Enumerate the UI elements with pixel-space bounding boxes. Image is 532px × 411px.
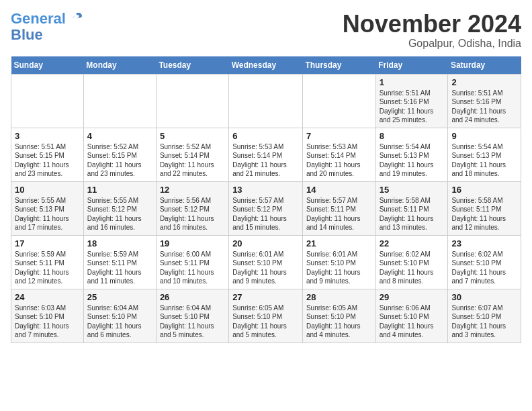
month-title: November 2024 (343, 11, 521, 38)
day-info: Sunrise: 6:01 AM Sunset: 5:10 PM Dayligh… (306, 250, 372, 286)
day-number: 4 (87, 131, 152, 141)
calendar-week-row: 3Sunrise: 5:51 AM Sunset: 5:15 PM Daylig… (11, 128, 521, 181)
day-info: Sunrise: 5:56 AM Sunset: 5:12 PM Dayligh… (160, 196, 225, 232)
day-number: 28 (306, 292, 372, 302)
calendar-cell: 9Sunrise: 5:54 AM Sunset: 5:13 PM Daylig… (448, 128, 521, 181)
day-number: 26 (160, 292, 225, 302)
calendar-cell: 10Sunrise: 5:55 AM Sunset: 5:13 PM Dayli… (11, 181, 84, 235)
weekday-header: Sunday (11, 56, 84, 75)
page-header: GeneralBlue November 2024 Gopalpur, Odis… (11, 11, 521, 50)
calendar-cell: 24Sunrise: 6:03 AM Sunset: 5:10 PM Dayli… (11, 289, 84, 342)
day-number: 27 (232, 292, 299, 302)
day-info: Sunrise: 5:54 AM Sunset: 5:13 PM Dayligh… (451, 142, 517, 179)
day-number: 25 (87, 292, 152, 302)
day-info: Sunrise: 5:52 AM Sunset: 5:14 PM Dayligh… (160, 142, 225, 179)
day-info: Sunrise: 5:57 AM Sunset: 5:12 PM Dayligh… (232, 196, 299, 232)
location: Gopalpur, Odisha, India (343, 38, 521, 50)
calendar-cell (302, 74, 375, 128)
day-info: Sunrise: 5:55 AM Sunset: 5:12 PM Dayligh… (87, 196, 152, 232)
weekday-header: Wednesday (229, 56, 303, 75)
calendar-cell: 29Sunrise: 6:06 AM Sunset: 5:10 PM Dayli… (375, 289, 448, 342)
calendar-cell: 11Sunrise: 5:55 AM Sunset: 5:12 PM Dayli… (83, 181, 156, 235)
day-info: Sunrise: 5:51 AM Sunset: 5:16 PM Dayligh… (451, 89, 517, 125)
day-number: 22 (380, 238, 445, 248)
day-number: 17 (15, 238, 80, 248)
day-number: 30 (451, 292, 517, 302)
calendar-cell: 27Sunrise: 6:05 AM Sunset: 5:10 PM Dayli… (229, 289, 303, 342)
calendar-cell: 1Sunrise: 5:51 AM Sunset: 5:16 PM Daylig… (375, 74, 448, 128)
day-number: 16 (451, 185, 517, 195)
day-info: Sunrise: 5:53 AM Sunset: 5:14 PM Dayligh… (306, 142, 372, 179)
day-info: Sunrise: 5:59 AM Sunset: 5:11 PM Dayligh… (87, 250, 152, 286)
day-number: 12 (160, 185, 225, 195)
calendar-cell: 23Sunrise: 6:02 AM Sunset: 5:10 PM Dayli… (448, 235, 521, 289)
day-number: 20 (232, 238, 299, 248)
day-info: Sunrise: 5:58 AM Sunset: 5:11 PM Dayligh… (451, 196, 517, 232)
day-info: Sunrise: 5:53 AM Sunset: 5:14 PM Dayligh… (232, 142, 299, 179)
calendar-week-row: 17Sunrise: 5:59 AM Sunset: 5:11 PM Dayli… (11, 235, 521, 289)
calendar-cell (156, 74, 228, 128)
weekday-header: Thursday (302, 56, 375, 75)
calendar-cell (229, 74, 303, 128)
day-number: 21 (306, 238, 372, 248)
day-info: Sunrise: 6:06 AM Sunset: 5:10 PM Dayligh… (380, 304, 445, 340)
calendar-table: SundayMondayTuesdayWednesdayThursdayFrid… (11, 56, 521, 343)
day-number: 3 (15, 131, 80, 141)
calendar-cell: 3Sunrise: 5:51 AM Sunset: 5:15 PM Daylig… (11, 128, 84, 181)
day-number: 10 (15, 185, 80, 195)
calendar-week-row: 1Sunrise: 5:51 AM Sunset: 5:16 PM Daylig… (11, 74, 521, 128)
calendar-cell (11, 74, 84, 128)
title-block: November 2024 Gopalpur, Odisha, India (343, 11, 521, 50)
calendar-cell: 12Sunrise: 5:56 AM Sunset: 5:12 PM Dayli… (156, 181, 228, 235)
day-number: 24 (15, 292, 80, 302)
day-number: 6 (232, 131, 299, 141)
calendar-cell: 15Sunrise: 5:58 AM Sunset: 5:11 PM Dayli… (375, 181, 448, 235)
weekday-header: Tuesday (156, 56, 228, 75)
calendar-cell: 20Sunrise: 6:01 AM Sunset: 5:10 PM Dayli… (229, 235, 303, 289)
day-info: Sunrise: 6:00 AM Sunset: 5:11 PM Dayligh… (160, 250, 225, 286)
day-info: Sunrise: 6:05 AM Sunset: 5:10 PM Dayligh… (306, 304, 372, 340)
day-number: 23 (451, 238, 517, 248)
day-info: Sunrise: 5:59 AM Sunset: 5:11 PM Dayligh… (15, 250, 80, 286)
logo: GeneralBlue (11, 11, 83, 43)
calendar-week-row: 24Sunrise: 6:03 AM Sunset: 5:10 PM Dayli… (11, 289, 521, 342)
day-number: 19 (160, 238, 225, 248)
calendar-cell: 19Sunrise: 6:00 AM Sunset: 5:11 PM Dayli… (156, 235, 228, 289)
calendar-cell: 26Sunrise: 6:04 AM Sunset: 5:10 PM Dayli… (156, 289, 228, 342)
calendar-cell: 8Sunrise: 5:54 AM Sunset: 5:13 PM Daylig… (375, 128, 448, 181)
day-info: Sunrise: 5:57 AM Sunset: 5:11 PM Dayligh… (306, 196, 372, 232)
day-number: 5 (160, 131, 225, 141)
calendar-cell: 30Sunrise: 6:07 AM Sunset: 5:10 PM Dayli… (448, 289, 521, 342)
day-info: Sunrise: 6:04 AM Sunset: 5:10 PM Dayligh… (160, 304, 225, 340)
day-number: 18 (87, 238, 152, 248)
calendar-cell: 28Sunrise: 6:05 AM Sunset: 5:10 PM Dayli… (302, 289, 375, 342)
day-number: 13 (232, 185, 299, 195)
day-number: 2 (451, 77, 517, 87)
day-info: Sunrise: 5:52 AM Sunset: 5:15 PM Dayligh… (87, 142, 152, 179)
calendar-header-row: SundayMondayTuesdayWednesdayThursdayFrid… (11, 56, 521, 75)
day-info: Sunrise: 5:55 AM Sunset: 5:13 PM Dayligh… (15, 196, 80, 232)
day-number: 9 (451, 131, 517, 141)
day-number: 7 (306, 131, 372, 141)
day-info: Sunrise: 6:05 AM Sunset: 5:10 PM Dayligh… (232, 304, 299, 340)
day-info: Sunrise: 6:02 AM Sunset: 5:10 PM Dayligh… (451, 250, 517, 286)
calendar-cell: 5Sunrise: 5:52 AM Sunset: 5:14 PM Daylig… (156, 128, 228, 181)
day-number: 8 (380, 131, 445, 141)
day-number: 1 (380, 77, 445, 87)
day-info: Sunrise: 6:03 AM Sunset: 5:10 PM Dayligh… (15, 304, 80, 340)
day-number: 15 (380, 185, 445, 195)
logo-text: GeneralBlue (11, 11, 66, 43)
calendar-cell: 22Sunrise: 6:02 AM Sunset: 5:10 PM Dayli… (375, 235, 448, 289)
day-info: Sunrise: 5:51 AM Sunset: 5:15 PM Dayligh… (15, 142, 80, 179)
calendar-body: 1Sunrise: 5:51 AM Sunset: 5:16 PM Daylig… (11, 74, 521, 342)
calendar-cell: 17Sunrise: 5:59 AM Sunset: 5:11 PM Dayli… (11, 235, 84, 289)
calendar-cell: 14Sunrise: 5:57 AM Sunset: 5:11 PM Dayli… (302, 181, 375, 235)
calendar-cell: 13Sunrise: 5:57 AM Sunset: 5:12 PM Dayli… (229, 181, 303, 235)
calendar-cell: 6Sunrise: 5:53 AM Sunset: 5:14 PM Daylig… (229, 128, 303, 181)
calendar-cell: 2Sunrise: 5:51 AM Sunset: 5:16 PM Daylig… (448, 74, 521, 128)
calendar-cell: 16Sunrise: 5:58 AM Sunset: 5:11 PM Dayli… (448, 181, 521, 235)
weekday-header: Monday (83, 56, 156, 75)
day-info: Sunrise: 6:04 AM Sunset: 5:10 PM Dayligh… (87, 304, 152, 340)
day-number: 29 (380, 292, 445, 302)
calendar-cell (83, 74, 156, 128)
